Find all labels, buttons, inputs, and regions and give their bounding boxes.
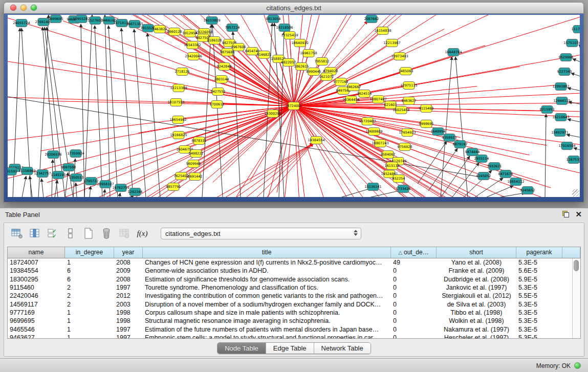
graph-node-teal[interactable]: 17016504 — [558, 142, 575, 150]
graph-node-yellow[interactable]: 452254 — [393, 175, 405, 183]
cell-name[interactable]: 9115460 — [8, 284, 65, 291]
cell-name[interactable]: 19384554 — [8, 267, 65, 274]
table-row[interactable]: 911546021997Tourette syndrome. Phenomeno… — [8, 283, 572, 292]
cell-name[interactable]: 9699695 — [8, 317, 65, 324]
cell-out_degree[interactable]: 0 — [391, 326, 437, 333]
tab-edge-table[interactable]: Edge Table — [266, 343, 314, 354]
graph-node-teal[interactable]: 8471676 — [498, 170, 513, 178]
network-table-select[interactable]: citations_edges.txt — [161, 228, 361, 239]
graph-node-yellow[interactable]: 17654923 — [399, 129, 416, 137]
cell-pagerank[interactable]: 5.3E-5 — [516, 334, 562, 338]
cell-out_degree[interactable]: 0 — [391, 267, 437, 274]
graph-node-teal[interactable]: 1292344 — [128, 188, 143, 196]
cell-in_degree[interactable]: 2 — [65, 284, 114, 291]
cell-title[interactable]: Embryonic stem cells: a model to study s… — [143, 334, 391, 338]
cell-out_degree[interactable]: 49 — [391, 259, 437, 266]
cell-short[interactable]: de Silva et al. (2003) — [437, 301, 516, 308]
cell-year[interactable]: 2009 — [114, 267, 143, 274]
cell-out_degree[interactable]: 0 — [391, 301, 437, 308]
cell-title[interactable]: Estimation of significance thresholds fo… — [143, 276, 391, 283]
graph-node-teal[interactable]: 9529966 — [559, 54, 574, 61]
cell-pagerank[interactable]: 5.3E-5 — [516, 284, 562, 291]
table-row[interactable]: 946554611997Estimation of the future num… — [8, 325, 572, 333]
cell-out_degree[interactable]: 0 — [391, 309, 437, 316]
column-header-pagerank[interactable]: pagerank — [516, 247, 562, 258]
scrollbar-thumb[interactable] — [574, 260, 579, 271]
cell-name[interactable]: 9777169 — [8, 309, 65, 316]
show-columns-icon[interactable] — [28, 227, 41, 240]
cell-year[interactable]: 1998 — [114, 309, 143, 316]
cell-pagerank[interactable]: 5.9E-5 — [516, 276, 562, 283]
graph-node-yellow[interactable]: 7955812 — [315, 58, 330, 65]
graph-node-teal[interactable]: 15692971 — [551, 129, 568, 137]
graph-node-teal[interactable]: 6879197 — [453, 141, 468, 148]
zoom-window-button[interactable] — [31, 5, 37, 11]
column-outline-icon[interactable] — [64, 227, 77, 240]
cell-name[interactable]: 9463627 — [8, 334, 65, 338]
cell-in_degree[interactable]: 1 — [65, 259, 114, 266]
graph-node-yellow[interactable]: 8427552 — [211, 88, 226, 96]
graph-node-teal[interactable]: 1350513 — [69, 174, 84, 182]
graph-node-yellow[interactable]: 19384554 — [308, 137, 324, 144]
cell-out_degree[interactable]: 0 — [391, 276, 437, 283]
graph-node-teal[interactable]: 9245652 — [520, 187, 535, 194]
graph-node-teal[interactable]: 7932621 — [487, 163, 502, 170]
graph-node-yellow[interactable]: 3624514 — [357, 90, 372, 98]
graph-node-teal[interactable]: 16210643 — [552, 114, 569, 121]
cell-pagerank[interactable]: 5.3E-5 — [516, 317, 562, 324]
table-row[interactable]: 1872400712008Changes of HCN gene express… — [8, 258, 572, 267]
cell-out_degree[interactable]: 0 — [391, 334, 437, 338]
graph-node-yellow[interactable]: 5498222 — [189, 150, 204, 158]
table-row[interactable]: 977716911998Corpus callosum shape and si… — [8, 309, 572, 317]
table-row[interactable]: 2242004622012Investigating the contribut… — [8, 292, 572, 300]
cell-pagerank[interactable]: 5.6E-5 — [516, 267, 562, 274]
cell-short[interactable]: Wolkin et al. (1998) — [437, 317, 516, 324]
column-header-out_degree[interactable]: △out_de… — [391, 247, 437, 258]
graph-node-teal[interactable]: 10958107 — [97, 181, 114, 188]
graph-node-teal[interactable]: 9227343 — [557, 68, 572, 76]
close-window-button[interactable] — [10, 5, 16, 11]
vertical-scrollbar[interactable] — [572, 258, 580, 338]
graph-node-yellow[interactable]: 5912954 — [183, 30, 198, 37]
column-header-year[interactable]: year — [114, 247, 143, 258]
cell-title[interactable]: Genome-wide association studies in ADHD. — [143, 267, 391, 274]
graph-node-teal[interactable]: 17359924 — [67, 150, 84, 158]
tab-node-table[interactable]: Node Table — [217, 343, 266, 354]
cell-in_degree[interactable]: 2 — [65, 301, 114, 308]
table-row[interactable]: 1830029562008Estimation of significance … — [8, 275, 572, 283]
new-column-icon[interactable] — [82, 227, 95, 240]
graph-node-teal[interactable]: 1733426 — [396, 185, 411, 193]
table-settings-icon[interactable]: ⚙ — [10, 227, 24, 240]
resize-grip[interactable] — [572, 189, 579, 196]
graph-node-yellow[interactable]: 8186328 — [207, 37, 222, 45]
function-builder-icon[interactable]: f(x) — [136, 227, 149, 240]
graph-node-teal[interactable]: 7857224 — [225, 24, 240, 32]
table-row[interactable]: 1938455462009Genome-wide association stu… — [8, 267, 572, 275]
graph-node-yellow[interactable]: 9584067 — [381, 151, 396, 159]
graph-node-yellow[interactable]: 8660128 — [167, 28, 182, 36]
table-row[interactable]: 946362711997Embryonic stem cells: a mode… — [8, 334, 572, 338]
cell-short[interactable]: Yano et al. (2008) — [437, 259, 516, 266]
cell-year[interactable]: 1997 — [114, 334, 143, 338]
graph-node-teal[interactable]: 8215953 — [540, 106, 555, 114]
column-header-title[interactable]: title — [143, 247, 391, 258]
graph-node-yellow[interactable]: 8990445 — [307, 68, 321, 76]
graph-node-teal[interactable]: 391591 — [8, 168, 17, 176]
graph-node-yellow[interactable]: 9756928 — [398, 143, 412, 151]
network-window-titlebar[interactable]: citations_edges.txt — [4, 2, 584, 14]
graph-node-teal[interactable]: 16033809 — [203, 17, 220, 25]
graph-node-yellow[interactable]: 9146821 — [257, 51, 272, 59]
column-header-in_degree[interactable]: in_degree — [65, 247, 114, 258]
cell-short[interactable]: Hescheler et al. (1997) — [437, 334, 516, 338]
graph-node-yellow[interactable]: 7463822 — [153, 26, 167, 33]
graph-node-teal[interactable]: 9097588 — [61, 164, 76, 171]
cell-short[interactable]: Tibbo et al. (1998) — [437, 309, 516, 316]
graph-node-teal[interactable]: 20206536 — [45, 151, 61, 159]
cell-out_degree[interactable]: 0 — [391, 317, 437, 324]
graph-node-yellow[interactable]: 2967608 — [231, 43, 246, 51]
graph-node-yellow[interactable]: 1615132 — [385, 162, 400, 170]
graph-node-yellow[interactable]: 7485063 — [399, 68, 413, 75]
table-row[interactable]: 1456911722003Disruption of a novel membe… — [8, 300, 572, 308]
minimize-window-button[interactable] — [20, 5, 27, 11]
float-panel-icon[interactable] — [562, 211, 569, 217]
